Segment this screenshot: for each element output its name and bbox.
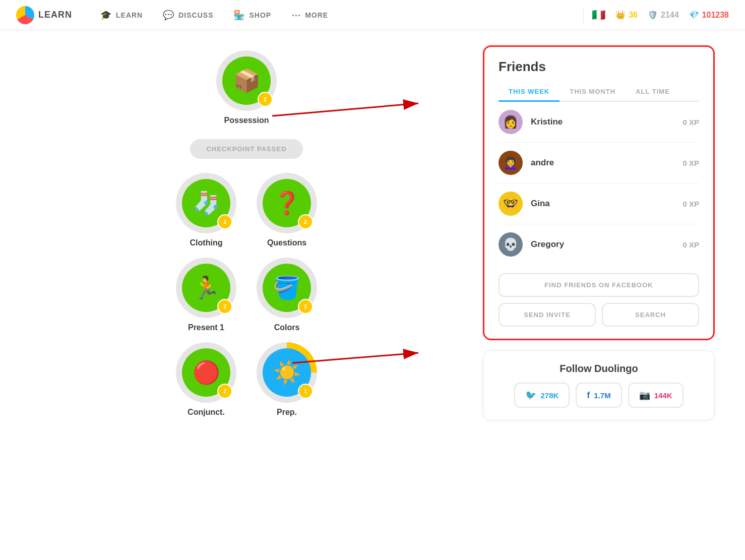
nav-shop[interactable]: 🏪 SHOP xyxy=(225,6,279,25)
follow-twitter-button[interactable]: 🐦 278K xyxy=(514,383,570,408)
twitter-icon: 🐦 xyxy=(525,390,536,401)
nav-learn[interactable]: 🎓 LEARN xyxy=(92,6,151,25)
find-friends-facebook-button[interactable]: FIND FRIENDS ON FACEBOOK xyxy=(499,273,699,297)
gem-icon: 💎 xyxy=(689,10,699,20)
friend-name-gregory: Gregory xyxy=(531,239,682,250)
nav-divider xyxy=(583,8,584,23)
prep-crown: 1 xyxy=(298,384,313,399)
navbar: LEARN 🎓 LEARN 💬 DISCUSS 🏪 SHOP ⋯ MORE xyxy=(0,0,745,30)
friend-name-kristine: Kristine xyxy=(531,117,682,127)
shop-icon: 🏪 xyxy=(233,10,245,21)
possession-inner: 📦 2 xyxy=(222,56,271,105)
present1-crown: 2 xyxy=(217,299,232,314)
colors-crown: 2 xyxy=(298,299,313,314)
lesson-present1: 🏃 2 Present 1 xyxy=(176,258,236,332)
possession-label: Possession xyxy=(224,116,269,125)
friend-xp-kristine: 0 XP xyxy=(682,118,699,127)
main-content: 📦 2 Possession CHECKPOINT PASSED 🧦 2 xyxy=(0,30,745,435)
questions-label: Questions xyxy=(267,238,306,247)
avatar-gregory: 💀 xyxy=(499,232,523,257)
shield-icon: 🛡️ xyxy=(648,10,658,20)
facebook-count: 1.7M xyxy=(594,391,610,400)
friends-tabs: THIS WEEK THIS MONTH ALL TIME xyxy=(499,83,699,102)
friends-list: 👩 Kristine 0 XP 👩‍🦱 andre 0 XP 🤓 Gina 0 … xyxy=(484,102,713,263)
nav-more[interactable]: ⋯ MORE xyxy=(283,6,336,25)
follow-title: Follow Duolingo xyxy=(498,363,700,375)
clothing-label: Clothing xyxy=(190,238,223,247)
friends-box: Friends THIS WEEK THIS MONTH ALL TIME 👩 … xyxy=(483,45,715,340)
lessons-row-3: 🔴 2 Conjunct. ☀️ 1 Prep. xyxy=(176,342,317,417)
present1-circle[interactable]: 🏃 2 xyxy=(176,258,236,318)
twitter-count: 278K xyxy=(540,391,558,400)
prep-inner: ☀️ 1 xyxy=(263,348,311,397)
prep-label: Prep. xyxy=(277,408,297,417)
friends-header: Friends THIS WEEK THIS MONTH ALL TIME xyxy=(484,47,713,102)
flag-stat[interactable]: 🇮🇹 xyxy=(592,9,605,22)
friend-xp-gregory: 0 XP xyxy=(682,240,699,249)
conjunct-circle[interactable]: 🔴 2 xyxy=(176,342,236,403)
lesson-possession: 📦 2 Possession xyxy=(216,50,277,125)
prep-circle[interactable]: ☀️ 1 xyxy=(257,342,317,403)
lesson-questions: ❓ 2 Questions xyxy=(257,173,317,247)
present1-label: Present 1 xyxy=(188,323,224,332)
friend-row-kristine[interactable]: 👩 Kristine 0 XP xyxy=(499,102,699,143)
more-icon: ⋯ xyxy=(291,10,301,21)
shield-count: 2144 xyxy=(661,11,679,20)
learn-icon: 🎓 xyxy=(100,10,112,21)
friend-name-andre: andre xyxy=(531,158,682,168)
possession-circle[interactable]: 📦 2 xyxy=(216,50,277,111)
right-panel: Friends THIS WEEK THIS MONTH ALL TIME 👩 … xyxy=(483,45,715,420)
tab-all-time[interactable]: ALL TIME xyxy=(626,83,680,102)
tab-this-week[interactable]: THIS WEEK xyxy=(499,83,560,102)
tab-this-month[interactable]: THIS MONTH xyxy=(560,83,626,102)
crown-icon: 👑 xyxy=(615,10,626,20)
colors-label: Colors xyxy=(274,323,300,332)
friend-name-gina: Gina xyxy=(531,199,682,209)
lesson-map: 📦 2 Possession CHECKPOINT PASSED 🧦 2 xyxy=(30,45,463,420)
shield-stat[interactable]: 🛡️ 2144 xyxy=(648,10,679,20)
friend-xp-andre: 0 XP xyxy=(682,159,699,167)
instagram-count: 144K xyxy=(654,391,672,400)
friend-row-gina[interactable]: 🤓 Gina 0 XP xyxy=(499,183,699,224)
search-button[interactable]: SEARCH xyxy=(602,303,699,327)
friend-row-andre[interactable]: 👩‍🦱 andre 0 XP xyxy=(499,143,699,183)
facebook-icon: f xyxy=(587,390,590,401)
flag-icon: 🇮🇹 xyxy=(592,9,605,22)
clothing-circle[interactable]: 🧦 2 xyxy=(176,173,236,233)
follow-facebook-button[interactable]: f 1.7M xyxy=(576,383,622,408)
follow-instagram-button[interactable]: 📷 144K xyxy=(628,383,684,408)
nav-items: 🎓 LEARN 💬 DISCUSS 🏪 SHOP ⋯ MORE xyxy=(92,6,575,25)
present1-inner: 🏃 2 xyxy=(182,264,230,312)
conjunct-crown: 2 xyxy=(217,384,232,399)
follow-duolingo-box: Follow Duolingo 🐦 278K f 1.7M 📷 144K xyxy=(483,350,715,420)
gem-stat[interactable]: 💎 101238 xyxy=(689,10,729,20)
discuss-icon: 💬 xyxy=(163,10,174,21)
questions-circle[interactable]: ❓ 2 xyxy=(257,173,317,233)
colors-circle[interactable]: 🪣 2 xyxy=(257,258,317,318)
nav-discuss[interactable]: 💬 DISCUSS xyxy=(155,6,221,25)
friends-actions: FIND FRIENDS ON FACEBOOK SEND INVITE SEA… xyxy=(484,263,713,339)
gem-count: 101238 xyxy=(702,11,729,20)
clothing-crown: 2 xyxy=(217,214,232,229)
avatar-andre: 👩‍🦱 xyxy=(499,151,523,175)
avatar-kristine: 👩 xyxy=(499,110,523,134)
checkpoint-button[interactable]: CHECKPOINT PASSED xyxy=(190,139,302,159)
clothing-inner: 🧦 2 xyxy=(182,179,230,227)
questions-crown: 2 xyxy=(298,214,313,229)
conjunct-label: Conjunct. xyxy=(188,408,225,417)
conjunct-inner: 🔴 2 xyxy=(182,348,230,397)
invite-search-row: SEND INVITE SEARCH xyxy=(499,303,699,327)
avatar-gina: 🤓 xyxy=(499,192,523,216)
nav-stats: 🇮🇹 👑 36 🛡️ 2144 💎 101238 xyxy=(592,9,729,22)
possession-crown: 2 xyxy=(258,92,273,107)
lesson-conjunct: 🔴 2 Conjunct. xyxy=(176,342,236,417)
crown-stat[interactable]: 👑 36 xyxy=(615,10,638,20)
logo[interactable]: LEARN xyxy=(16,6,72,24)
crown-count: 36 xyxy=(629,11,638,20)
instagram-icon: 📷 xyxy=(639,390,650,401)
lesson-colors: 🪣 2 Colors xyxy=(257,258,317,332)
friend-xp-gina: 0 XP xyxy=(682,200,699,208)
send-invite-button[interactable]: SEND INVITE xyxy=(499,303,596,327)
friend-row-gregory[interactable]: 💀 Gregory 0 XP xyxy=(499,224,699,263)
logo-icon xyxy=(16,6,34,24)
